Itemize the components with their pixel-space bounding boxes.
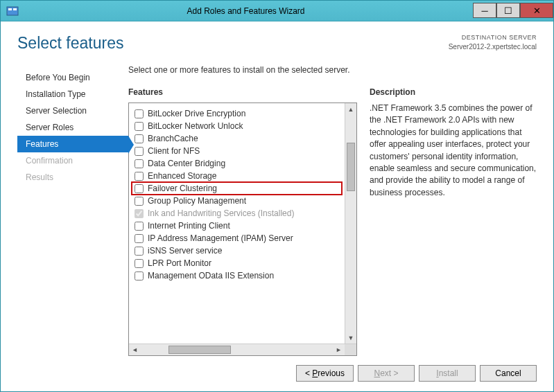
feature-item[interactable]: BitLocker Network Unlock (132, 120, 342, 132)
destination-server: Server2012-2.xpertstec.local (449, 42, 537, 51)
feature-item[interactable]: Failover Clustering (132, 182, 342, 195)
feature-checkbox[interactable] (135, 159, 144, 168)
feature-item[interactable]: BranchCache (132, 132, 342, 145)
feature-label: LPR Port Monitor (148, 258, 211, 268)
feature-checkbox (135, 209, 144, 218)
window-controls: ─ ☐ ✕ (473, 3, 553, 18)
feature-item[interactable]: BitLocker Drive Encryption (132, 107, 342, 120)
nav-item-results: Results (17, 169, 128, 186)
hscroll-track[interactable] (141, 344, 333, 355)
features-column: Features BitLocker Drive EncryptionBitLo… (128, 87, 357, 356)
page-heading: Select features (17, 34, 123, 53)
titlebar: Add Roles and Features Wizard ─ ☐ ✕ (1, 1, 553, 21)
features-listbox: BitLocker Drive EncryptionBitLocker Netw… (128, 103, 357, 356)
features-label: Features (128, 87, 357, 97)
feature-item: Ink and Handwriting Services (Installed) (132, 207, 342, 220)
feature-label: BitLocker Network Unlock (148, 121, 243, 131)
scroll-track[interactable] (345, 115, 356, 332)
scroll-left-icon[interactable]: ◄ (129, 344, 141, 355)
scroll-down-icon[interactable]: ▼ (345, 332, 356, 344)
instruction-text: Select one or more features to install o… (128, 65, 537, 75)
feature-checkbox[interactable] (135, 172, 144, 181)
nav-item-confirmation: Confirmation (17, 152, 128, 169)
feature-checkbox[interactable] (135, 122, 144, 131)
feature-checkbox[interactable] (135, 134, 144, 143)
feature-checkbox[interactable] (135, 184, 144, 193)
window-title: Add Roles and Features Wizard (19, 6, 473, 16)
feature-label: Internet Printing Client (148, 221, 230, 231)
vertical-scrollbar[interactable]: ▲ ▼ (345, 103, 356, 344)
feature-label: iSNS Server service (148, 246, 222, 256)
feature-label: Management OData IIS Extension (148, 271, 274, 280)
feature-item[interactable]: IP Address Management (IPAM) Server (132, 232, 342, 244)
feature-label: Group Policy Management (148, 196, 246, 206)
body-row: Before You BeginInstallation TypeServer … (17, 65, 537, 356)
feature-checkbox[interactable] (135, 247, 144, 256)
close-button[interactable]: ✕ (520, 3, 553, 18)
svg-rect-1 (8, 8, 12, 10)
svg-rect-2 (13, 8, 17, 10)
feature-label: Enhanced Storage (148, 171, 216, 181)
feature-item[interactable]: Management OData IIS Extension (132, 269, 342, 282)
feature-label: Data Center Bridging (148, 159, 225, 168)
svg-rect-0 (7, 7, 18, 15)
feature-item[interactable]: LPR Port Monitor (132, 257, 342, 269)
feature-item[interactable]: Enhanced Storage (132, 170, 342, 182)
feature-label: IP Address Management (IPAM) Server (148, 233, 293, 243)
scroll-up-icon[interactable]: ▲ (345, 103, 356, 115)
scroll-corner (345, 344, 356, 355)
features-list-viewport: BitLocker Drive EncryptionBitLocker Netw… (129, 103, 356, 344)
horizontal-scrollbar[interactable]: ◄ ► (129, 344, 356, 355)
feature-checkbox[interactable] (135, 271, 144, 280)
hscroll-thumb[interactable] (168, 346, 231, 354)
previous-button[interactable]: < Previous (296, 365, 354, 382)
feature-item[interactable]: Data Center Bridging (132, 157, 342, 170)
features-list: BitLocker Drive EncryptionBitLocker Netw… (129, 103, 345, 344)
feature-checkbox[interactable] (135, 259, 144, 268)
feature-item[interactable]: Group Policy Management (132, 195, 342, 207)
feature-checkbox[interactable] (135, 197, 144, 206)
feature-checkbox[interactable] (135, 222, 144, 231)
nav-item-features[interactable]: Features (17, 136, 128, 152)
app-icon (6, 5, 19, 17)
minimize-button[interactable]: ─ (473, 3, 496, 18)
feature-item[interactable]: Client for NFS (132, 145, 342, 157)
feature-checkbox[interactable] (135, 109, 144, 118)
description-column: Description .NET Framework 3.5 combines … (370, 87, 537, 356)
feature-item[interactable]: iSNS Server service (132, 244, 342, 257)
scroll-right-icon[interactable]: ► (333, 344, 345, 355)
feature-label: Client for NFS (148, 146, 200, 156)
feature-label: BranchCache (148, 134, 198, 143)
feature-label: Failover Clustering (148, 184, 217, 193)
columns: Features BitLocker Drive EncryptionBitLo… (128, 87, 537, 356)
feature-label: Ink and Handwriting Services (Installed) (148, 208, 294, 218)
destination-label: DESTINATION SERVER (449, 34, 537, 42)
nav-item-server-selection[interactable]: Server Selection (17, 103, 128, 119)
feature-label: BitLocker Drive Encryption (148, 109, 245, 118)
destination-block: DESTINATION SERVER Server2012-2.xpertste… (449, 34, 537, 51)
wizard-nav: Before You BeginInstallation TypeServer … (17, 65, 128, 356)
main-panel: Select one or more features to install o… (128, 65, 537, 356)
feature-checkbox[interactable] (135, 234, 144, 243)
feature-checkbox[interactable] (135, 147, 144, 156)
feature-item[interactable]: Internet Printing Client (132, 220, 342, 232)
content-area: Select features DESTINATION SERVER Serve… (1, 21, 553, 391)
header-row: Select features DESTINATION SERVER Serve… (17, 34, 537, 53)
install-button[interactable]: Install (419, 365, 476, 382)
cancel-button[interactable]: Cancel (480, 365, 537, 382)
nav-item-before-you-begin[interactable]: Before You Begin (17, 69, 128, 86)
nav-item-installation-type[interactable]: Installation Type (17, 86, 128, 103)
next-button[interactable]: Next > (358, 365, 415, 382)
button-row: < Previous Next > Install Cancel (17, 356, 537, 384)
maximize-button[interactable]: ☐ (496, 3, 520, 18)
wizard-window: Add Roles and Features Wizard ─ ☐ ✕ Sele… (0, 0, 554, 392)
scroll-thumb[interactable] (347, 143, 355, 191)
nav-item-server-roles[interactable]: Server Roles (17, 119, 128, 136)
description-text: .NET Framework 3.5 combines the power of… (370, 103, 537, 199)
description-label: Description (370, 87, 537, 97)
